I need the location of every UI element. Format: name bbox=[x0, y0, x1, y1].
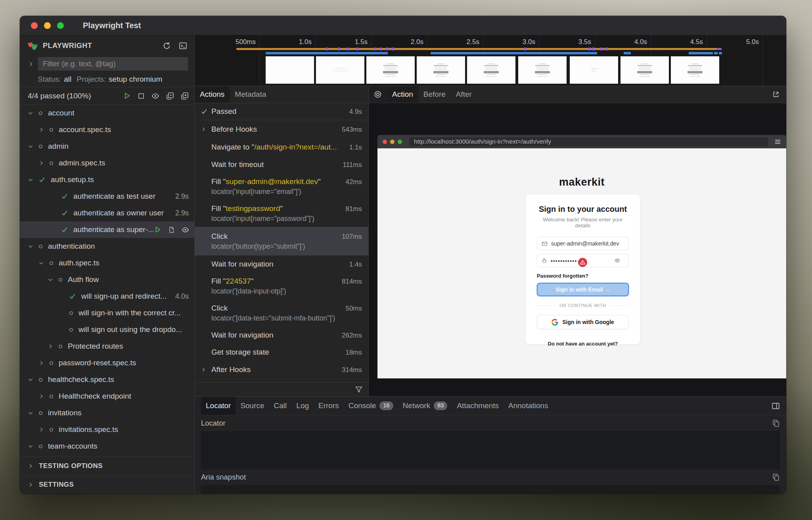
chevron-down-icon[interactable] bbox=[28, 443, 33, 449]
sign-in-google-button[interactable]: Sign in with Google bbox=[537, 315, 629, 329]
chevron-down-icon[interactable] bbox=[28, 410, 33, 416]
pick-locator-target-icon[interactable] bbox=[369, 86, 387, 103]
open-external-icon[interactable] bbox=[772, 86, 786, 103]
chevron-right-icon[interactable] bbox=[201, 127, 206, 132]
tree-item[interactable]: Protected routes bbox=[20, 338, 194, 355]
tree-item[interactable]: authentication bbox=[20, 238, 194, 255]
filmstrip-frame[interactable] bbox=[570, 56, 618, 84]
filter-input[interactable]: Filter (e.g. text, @tag) bbox=[38, 57, 188, 71]
chevron-right-icon[interactable] bbox=[38, 360, 44, 366]
terminal-icon[interactable] bbox=[179, 42, 187, 50]
tree-item[interactable]: account bbox=[20, 105, 194, 121]
action-row[interactable]: Fill "super-admin@makerkit.dev"42mslocat… bbox=[195, 173, 368, 200]
tree-item[interactable]: Auth flow bbox=[20, 271, 194, 288]
sign-in-email-button[interactable]: Sign in with Email → bbox=[537, 283, 629, 296]
chevron-down-icon[interactable] bbox=[28, 244, 33, 249]
trace-timeline[interactable]: 500ms1.0s1.5s2.0s2.5s3.0s3.5s4.0s4.5s5.0… bbox=[195, 35, 786, 86]
chevron-down-icon[interactable] bbox=[28, 144, 33, 149]
tree-item[interactable]: will sign-in with the correct cr... bbox=[20, 305, 194, 321]
chevron-right-icon[interactable] bbox=[201, 367, 206, 372]
chevron-down-icon[interactable] bbox=[28, 110, 33, 116]
action-row[interactable]: Fill "testingpassword"81mslocator('input… bbox=[195, 200, 368, 227]
tree-item[interactable]: Healthcheck endpoint bbox=[20, 388, 194, 405]
chevron-down-icon[interactable] bbox=[48, 277, 53, 282]
action-row[interactable]: Navigate to "/auth/sign-in?next=/aut...1… bbox=[195, 138, 368, 156]
filmstrip-frame[interactable] bbox=[316, 56, 364, 84]
testing-options-section[interactable]: TESTING OPTIONS bbox=[20, 457, 194, 475]
chevron-right-icon[interactable] bbox=[28, 61, 34, 67]
copy-icon[interactable] bbox=[772, 473, 780, 481]
action-row[interactable]: Click107mslocator('button[type="submit"]… bbox=[195, 227, 368, 255]
run-all-icon[interactable] bbox=[123, 92, 131, 100]
filmstrip-frame[interactable] bbox=[366, 56, 415, 84]
tree-item[interactable]: will sign out using the dropdo... bbox=[20, 321, 194, 338]
tab-console[interactable]: Console16 bbox=[344, 397, 398, 415]
action-result-row[interactable]: Passed4.9s bbox=[195, 103, 368, 120]
tree-item[interactable]: authenticate as test user2.9s bbox=[20, 188, 194, 205]
eye-icon[interactable] bbox=[182, 226, 189, 234]
filmstrip-frame[interactable] bbox=[266, 56, 314, 84]
reload-icon[interactable] bbox=[163, 42, 171, 50]
collapse-all-icon[interactable] bbox=[166, 92, 174, 100]
password-forgotten-link[interactable]: Password forgotten? bbox=[537, 273, 629, 279]
tab-call[interactable]: Call bbox=[269, 397, 292, 415]
chevron-right-icon[interactable] bbox=[38, 160, 44, 166]
tab-metadata[interactable]: Metadata bbox=[230, 86, 271, 103]
filmstrip-frame[interactable] bbox=[518, 56, 567, 84]
tab-action[interactable]: Action bbox=[387, 86, 418, 103]
chevron-right-icon[interactable] bbox=[38, 427, 44, 432]
tab-attachments[interactable]: Attachments bbox=[452, 397, 504, 415]
tree-item[interactable]: account.spec.ts bbox=[20, 121, 194, 138]
file-icon[interactable] bbox=[168, 226, 175, 233]
chevron-right-icon[interactable] bbox=[38, 127, 44, 132]
action-row[interactable]: Click50mslocator('[data-test="submit-mfa… bbox=[195, 299, 368, 326]
tab-source[interactable]: Source bbox=[236, 397, 269, 415]
play-icon[interactable] bbox=[154, 226, 161, 233]
stop-icon[interactable] bbox=[138, 92, 145, 100]
copy-icon[interactable] bbox=[772, 419, 780, 427]
tree-item[interactable]: admin bbox=[20, 138, 194, 155]
filter-status-row[interactable]: Status: all Projects: setup chromium bbox=[20, 72, 194, 87]
chevron-down-icon[interactable] bbox=[28, 377, 33, 382]
chevron-right-icon[interactable] bbox=[48, 343, 53, 349]
tree-item[interactable]: invitations bbox=[20, 405, 194, 421]
action-row[interactable]: Before Hooks543ms bbox=[195, 120, 368, 138]
panel-layout-toggle-icon[interactable] bbox=[772, 397, 780, 415]
tree-item[interactable]: auth.setup.ts bbox=[20, 171, 194, 188]
settings-section[interactable]: SETTINGS bbox=[20, 475, 194, 494]
action-row[interactable]: Wait for navigation262ms bbox=[195, 326, 368, 343]
tree-item[interactable]: authenticate as super-... bbox=[20, 221, 194, 238]
watch-all-eye-icon[interactable] bbox=[151, 92, 159, 100]
filmstrip-frame[interactable] bbox=[467, 56, 515, 84]
tab-actions[interactable]: Actions bbox=[195, 86, 230, 103]
filmstrip-frame[interactable] bbox=[620, 56, 669, 84]
action-row[interactable]: Get storage state18ms bbox=[195, 343, 368, 361]
tree-item[interactable]: will sign-up and redirect...4.0s bbox=[20, 288, 194, 305]
tab-after[interactable]: After bbox=[451, 86, 477, 103]
browser-menu-icon[interactable] bbox=[774, 138, 781, 145]
tree-item[interactable]: password-reset.spec.ts bbox=[20, 355, 194, 371]
tree-item[interactable]: auth.spec.ts bbox=[20, 255, 194, 271]
email-field[interactable]: super-admin@makerkit.dev bbox=[537, 237, 629, 250]
filter-funnel-icon[interactable] bbox=[355, 386, 363, 393]
action-row[interactable]: Fill "224537"814mslocator('[data-input-o… bbox=[195, 272, 368, 299]
action-row[interactable]: After Hooks314ms bbox=[195, 361, 368, 378]
tab-log[interactable]: Log bbox=[291, 397, 314, 415]
chevron-down-icon[interactable] bbox=[38, 260, 44, 266]
tree-item[interactable]: authenticate as owner user2.9s bbox=[20, 205, 194, 221]
zoom-window-button[interactable] bbox=[57, 22, 64, 29]
tab-errors[interactable]: Errors bbox=[314, 397, 344, 415]
aria-snapshot-editor[interactable] bbox=[201, 485, 780, 494]
filmstrip-frame[interactable] bbox=[671, 56, 719, 84]
action-row[interactable]: Wait for navigation1.4s bbox=[195, 255, 368, 272]
expand-all-icon[interactable] bbox=[181, 92, 189, 100]
close-window-button[interactable] bbox=[31, 22, 38, 29]
tree-item[interactable]: admin.spec.ts bbox=[20, 155, 194, 171]
tree-item[interactable]: invitations.spec.ts bbox=[20, 421, 194, 438]
toggle-password-eye-icon[interactable] bbox=[614, 257, 620, 264]
locator-editor[interactable] bbox=[201, 431, 780, 469]
filmstrip-frame[interactable] bbox=[417, 56, 465, 84]
chevron-down-icon[interactable] bbox=[28, 177, 33, 182]
tab-locator[interactable]: Locator bbox=[201, 397, 236, 415]
action-row[interactable]: Wait for timeout111ms bbox=[195, 156, 368, 173]
